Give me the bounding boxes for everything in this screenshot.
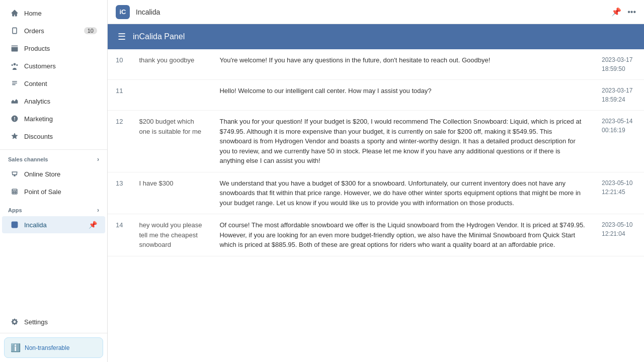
content-icon bbox=[10, 79, 19, 88]
conversation-table: 10 thank you goodbye You're welcome! If … bbox=[108, 49, 644, 256]
sidebar-item-label: Home bbox=[24, 10, 42, 17]
sidebar-item-settings[interactable]: Settings bbox=[2, 313, 105, 330]
sidebar-item-label: Incalida bbox=[24, 221, 47, 229]
table-row: 12 $200 budget which one is suitable for… bbox=[108, 111, 644, 172]
discounts-icon bbox=[10, 132, 19, 141]
sidebar-item-label: Content bbox=[24, 80, 47, 87]
sidebar-item-label: Point of Sale bbox=[24, 188, 61, 196]
sidebar-item-content[interactable]: Content bbox=[2, 75, 105, 92]
more-options-icon[interactable]: ••• bbox=[627, 8, 636, 17]
table-row: 13 I have $300 We understand that you ha… bbox=[108, 172, 644, 214]
row-id: 10 bbox=[108, 49, 131, 80]
sidebar-item-marketing[interactable]: Marketing bbox=[2, 110, 105, 127]
panel-header: ☰ inCalida Panel bbox=[108, 24, 644, 49]
customer-message: I have $300 bbox=[131, 172, 211, 214]
date: 2023-03-1718:59:50 bbox=[594, 49, 644, 80]
sales-channels-title: Sales channels › bbox=[0, 150, 107, 165]
sidebar-item-label: Discounts bbox=[24, 133, 53, 140]
pin-sidebar-icon[interactable]: 📌 bbox=[89, 221, 97, 229]
table-row: 14 hey would you please tell me the chea… bbox=[108, 214, 644, 256]
conversation-table-wrapper[interactable]: 10 thank you goodbye You're welcome! If … bbox=[108, 49, 644, 362]
customer-message: hey would you please tell me the cheapes… bbox=[131, 214, 211, 256]
bot-response: Of course! The most affordable snowboard… bbox=[211, 214, 594, 256]
table-row: 10 thank you goodbye You're welcome! If … bbox=[108, 49, 644, 80]
sidebar-item-incalida[interactable]: Incalida 📌 bbox=[2, 216, 105, 233]
apps-section: Apps › Incalida 📌 bbox=[0, 201, 107, 234]
sidebar-item-label: Online Store bbox=[24, 170, 60, 178]
date: 2023-05-1012:21:04 bbox=[594, 214, 644, 256]
top-bar-actions: 📌 ••• bbox=[611, 7, 636, 17]
customer-message bbox=[131, 80, 211, 111]
orders-icon bbox=[10, 26, 19, 35]
sidebar-item-customers[interactable]: Customers bbox=[2, 57, 105, 74]
row-id: 12 bbox=[108, 111, 131, 172]
sidebar-item-discounts[interactable]: Discounts bbox=[2, 128, 105, 145]
customers-icon bbox=[10, 61, 19, 70]
row-id: 14 bbox=[108, 214, 131, 256]
sidebar-item-label: Customers bbox=[24, 62, 56, 70]
sidebar-main-nav: Home Orders 10 Products Customers Cont bbox=[0, 0, 107, 150]
home-icon bbox=[10, 9, 19, 18]
main-content: iC Incalida 📌 ••• ☰ inCalida Panel 10 th… bbox=[108, 0, 644, 362]
sidebar-item-label: Products bbox=[24, 45, 50, 52]
sidebar-item-label: Marketing bbox=[24, 115, 53, 123]
settings-section: Settings bbox=[0, 311, 107, 333]
app-name: Incalida bbox=[136, 8, 160, 16]
bot-response: Hello! Welcome to our intelligent call c… bbox=[211, 80, 594, 111]
sidebar-item-home[interactable]: Home bbox=[2, 5, 105, 22]
hamburger-icon[interactable]: ☰ bbox=[118, 31, 126, 42]
row-id: 11 bbox=[108, 80, 131, 111]
sidebar-item-label: Orders bbox=[24, 27, 44, 35]
table-row: 11 Hello! Welcome to our intelligent cal… bbox=[108, 80, 644, 111]
sidebar-item-online-store[interactable]: Online Store bbox=[2, 165, 105, 183]
analytics-icon bbox=[10, 97, 19, 106]
pos-icon bbox=[10, 187, 19, 196]
incalida-icon bbox=[10, 220, 19, 229]
row-id: 13 bbox=[108, 172, 131, 214]
orders-badge: 10 bbox=[84, 27, 97, 34]
apps-title: Apps › bbox=[0, 201, 107, 216]
date: 2023-03-1718:59:24 bbox=[594, 80, 644, 111]
customer-message: thank you goodbye bbox=[131, 49, 211, 80]
table-body: 10 thank you goodbye You're welcome! If … bbox=[108, 49, 644, 256]
app-logo: iC bbox=[116, 5, 130, 19]
bot-response: You're welcome! If you have any question… bbox=[211, 49, 594, 80]
date: 2023-05-1012:21:45 bbox=[594, 172, 644, 214]
sidebar-item-label: Settings bbox=[24, 318, 48, 326]
products-icon bbox=[10, 44, 19, 53]
chevron-right-icon: › bbox=[97, 156, 99, 163]
customer-message: $200 budget which one is suitable for me bbox=[131, 111, 211, 172]
sidebar-item-analytics[interactable]: Analytics bbox=[2, 93, 105, 110]
date: 2023-05-1400:16:19 bbox=[594, 111, 644, 172]
sales-channels-section: Sales channels › Online Store Point of S… bbox=[0, 150, 107, 201]
sidebar-item-orders[interactable]: Orders 10 bbox=[2, 22, 105, 39]
panel-title: inCalida Panel bbox=[133, 32, 185, 41]
sidebar-item-point-of-sale[interactable]: Point of Sale bbox=[2, 183, 105, 200]
panel-container: ☰ inCalida Panel 10 thank you goodbye Yo… bbox=[108, 24, 644, 362]
pin-icon[interactable]: 📌 bbox=[611, 7, 621, 17]
top-bar: iC Incalida 📌 ••• bbox=[108, 0, 644, 24]
marketing-icon bbox=[10, 114, 19, 123]
info-icon: ℹ️ bbox=[11, 343, 21, 352]
non-transferable-label: Non-transferable bbox=[25, 344, 69, 351]
settings-icon bbox=[10, 317, 19, 326]
store-icon bbox=[10, 169, 19, 178]
bot-response: Thank you for your question! If your bud… bbox=[211, 111, 594, 172]
sidebar-bottom: ℹ️ Non-transferable bbox=[0, 333, 107, 362]
sidebar-item-label: Analytics bbox=[24, 98, 50, 105]
svg-rect-0 bbox=[12, 222, 18, 228]
sidebar-item-products[interactable]: Products bbox=[2, 40, 105, 57]
bot-response: We understand that you have a budget of … bbox=[211, 172, 594, 214]
sidebar: Home Orders 10 Products Customers Cont bbox=[0, 0, 108, 362]
chevron-right-icon: › bbox=[97, 207, 99, 214]
non-transferable-notice: ℹ️ Non-transferable bbox=[4, 337, 103, 358]
